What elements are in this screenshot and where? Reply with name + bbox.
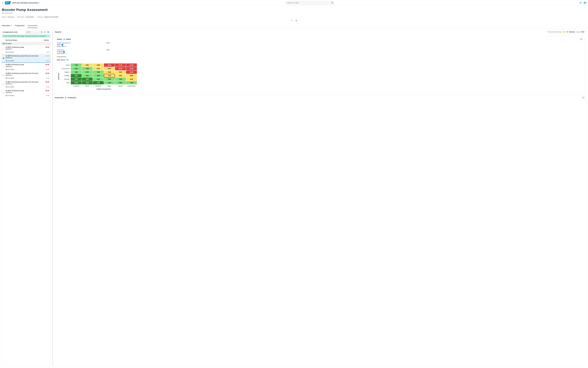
panel-detail-button[interactable] (582, 97, 584, 99)
svg-point-2 (332, 2, 333, 3)
note-label-2: Note: (106, 49, 151, 51)
sort-icon (44, 31, 46, 33)
radio-button[interactable] (3, 75, 4, 76)
matrix-cell[interactable]: 3.00 (71, 77, 82, 81)
chevron-down-icon (11, 25, 12, 26)
matrix-cell[interactable]: 8.00 (115, 74, 126, 77)
matrix-cell[interactable]: 8.00 (93, 67, 104, 70)
matrix-cell[interactable]: 7.00 (126, 81, 137, 84)
matrix-cell[interactable]: 7.00 (104, 74, 115, 77)
matrix-cell[interactable]: 3.00 (82, 81, 93, 84)
list-item[interactable]: U4 BFP 4A Booster pump 40.00 88888007 RE… (1, 45, 51, 54)
matrix-cell[interactable]: 6.00 (93, 74, 104, 77)
matrix-cell[interactable]: 5.00 (93, 77, 104, 81)
item-id: 88888007 (6, 48, 49, 50)
likelihood-label: Likelihood (57, 49, 102, 51)
assignments-search[interactable] (25, 31, 43, 33)
list-item[interactable]: U4 BFP 4A Booster pump 40.00 88888005 RE… (1, 89, 51, 98)
item-progress: 4 / 4 (47, 60, 49, 62)
matrix-cell[interactable]: 2.00 (71, 81, 82, 84)
matrix-cell[interactable]: 7.00 (82, 67, 93, 70)
matrix-cell[interactable]: 11.00 (126, 67, 137, 70)
matrix-cell[interactable]: 10.00 (115, 67, 126, 70)
tab-information[interactable]: Information (2, 24, 12, 28)
matrix-cell[interactable]: 9.00 (93, 63, 104, 67)
matrix-cell[interactable]: 10.00 (104, 63, 115, 67)
chevron-down-icon (39, 2, 40, 3)
matrix-cell[interactable]: 6.00 (71, 67, 82, 70)
financial-risk-label: Financial Risk: (57, 56, 582, 58)
matrix-cell[interactable]: 6.00 (82, 70, 93, 74)
risk-score: Risk Score: 7.00 (57, 59, 582, 61)
page-subtitle: RE-ASM-AGP1 (2, 12, 586, 14)
matrix-cell[interactable]: 8.00 (126, 77, 137, 81)
matrix-cell[interactable]: 4.00 (93, 81, 104, 84)
search-input[interactable] (285, 1, 335, 5)
matrix-cell[interactable]: 6.00 (104, 77, 115, 81)
list-column-headers: Technical Object Details (1, 38, 51, 42)
note-label-1: Note: (106, 42, 151, 44)
matrix-col-label: Minor (82, 85, 93, 87)
radio-button[interactable] (3, 83, 4, 85)
app-title-dropdown[interactable]: Risk and Criticality Assessments (12, 2, 40, 4)
list-item[interactable]: U4 BFP 4A Booster pump Demo do not touch… (1, 72, 51, 80)
matrix-cell[interactable]: 5.00 (104, 81, 115, 84)
matrix-cell[interactable]: 8.00 (82, 63, 93, 67)
item-template: RE-AT-AGP1 (6, 86, 47, 88)
matrix-cell[interactable]: 4.00 (82, 77, 93, 81)
collapse-header-button[interactable] (290, 19, 294, 22)
info-icon[interactable]: i (62, 44, 63, 46)
matrix-row-label: Seldom (59, 71, 71, 73)
matrix-cell[interactable]: 5.00 (82, 74, 93, 77)
matrix-cell[interactable]: 12.00 (126, 63, 137, 67)
object-header: Booster Pump Assessment RE-ASM-AGP1 Stat… (0, 6, 588, 19)
matrix-cell[interactable]: 6.00 (115, 81, 126, 84)
back-button[interactable] (1, 1, 4, 4)
matrix-cell[interactable]: 5.00 (71, 70, 82, 74)
matrix-cell[interactable]: 7.00 (71, 63, 82, 67)
assignments-panel: Assignments (11) Group: Group Order (Asc… (1, 29, 51, 367)
item-id: 88888005 (6, 92, 49, 93)
matrix-cell[interactable]: 10.00 (126, 70, 137, 74)
clear-group-button[interactable]: ✕ (48, 35, 49, 37)
list-item[interactable]: U4 BFP 4A Booster pump Demo do not touch… (1, 80, 51, 89)
tab-assignments[interactable]: Assignments (15, 24, 25, 28)
group-icon (47, 31, 49, 33)
sort-button[interactable] (44, 31, 46, 33)
matrix-row-label: Likely (59, 64, 71, 66)
list-item[interactable]: U4 BFP 4A Booster pump Demo do not touch… (1, 54, 51, 63)
matrix-cell[interactable]: 4.00 (71, 74, 82, 77)
panel-detail-button[interactable] (580, 38, 582, 40)
group-button[interactable] (47, 31, 49, 33)
matrix-cell[interactable]: 9.00 (126, 74, 137, 77)
table-icon (580, 38, 582, 40)
radio-button[interactable] (3, 49, 4, 50)
tab-assessments[interactable]: Assessments (28, 24, 38, 28)
shuffle-button[interactable] (294, 19, 298, 22)
matrix-cell[interactable]: 8.00 (104, 70, 115, 74)
info-icon[interactable]: i (63, 51, 65, 53)
search-icon[interactable] (332, 2, 333, 4)
item-template: RE-AT-AGP1 (6, 77, 47, 79)
svg-rect-14 (583, 97, 584, 99)
shuffle-icon (295, 20, 297, 21)
search-icon[interactable] (41, 31, 42, 33)
matrix-cell[interactable]: 9.00 (104, 67, 115, 70)
assignments-list[interactable]: RE-AT-AGP1 U4 BFP 4A Booster pump 40.00 … (1, 42, 51, 367)
radio-button[interactable] (3, 57, 4, 59)
matrix-cell[interactable]: 9.00 (115, 70, 126, 74)
global-search[interactable] (285, 1, 335, 5)
matrix-cell[interactable]: 7.00 (93, 70, 104, 74)
radio-button[interactable] (3, 66, 4, 68)
matrix-cell[interactable]: 11.00 (115, 63, 126, 67)
item-name: U4 BFP 4A Booster pump (6, 46, 45, 48)
user-avatar[interactable]: OB (583, 1, 587, 4)
matrix-cell[interactable]: 7.00 (115, 77, 126, 81)
tab-bar: Information Assignments Assessments (0, 24, 588, 28)
matrix-col-label: Incidental (71, 85, 82, 87)
radio-button[interactable] (3, 92, 4, 94)
list-item[interactable]: U4 BFP 4A Booster pump 40.00 88888008 RE… (1, 63, 51, 72)
assignments-search-input[interactable] (25, 31, 43, 33)
help-icon[interactable]: ? (579, 2, 582, 4)
table-icon (582, 97, 584, 99)
